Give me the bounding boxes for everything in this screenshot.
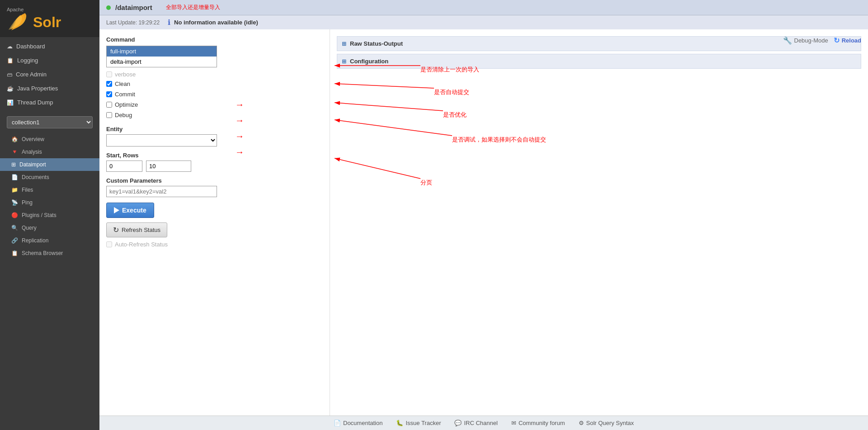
verbose-checkbox[interactable] (106, 71, 112, 77)
footer-link-documentation[interactable]: 📄 Documentation (334, 420, 382, 426)
refresh-icon: ↻ (113, 226, 119, 234)
reload-icon: ↻ (834, 36, 840, 45)
plugins-icon (11, 212, 18, 218)
sub-nav-item-plugins-label: Plugins / Stats (22, 212, 57, 218)
app-wrapper: Apache Solr (0, 0, 868, 430)
footer-link-irc[interactable]: 💬 IRC Channel (454, 420, 497, 426)
annotation-optimize-text: 是否优化 (443, 111, 467, 119)
sub-nav-item-analysis-label: Analysis (22, 149, 42, 155)
wrench-icon: 🔧 (783, 36, 792, 45)
sub-nav-item-overview-label: Overview (22, 136, 44, 142)
query-icon (11, 225, 18, 231)
right-panel: 🔧 Debug-Mode ↻ Reload ⊞ Raw Status-Outpu… (330, 29, 868, 416)
clean-checkbox[interactable] (106, 81, 112, 87)
sub-nav-item-plugins[interactable]: Plugins / Stats (0, 209, 99, 222)
dropdown-item-delta-import[interactable]: delta-import (107, 57, 217, 67)
sub-nav-item-query[interactable]: Query (0, 222, 99, 234)
documents-icon (11, 174, 18, 180)
custom-params-input[interactable] (106, 186, 217, 197)
custom-params-section: Custom Parameters (106, 177, 323, 197)
syntax-icon: ⚙ (579, 420, 584, 426)
footer: 📄 Documentation 🐛 Issue Tracker 💬 IRC Ch… (99, 416, 868, 430)
execute-play-icon (114, 207, 119, 213)
execute-label: Execute (122, 207, 146, 214)
reload-button[interactable]: ↻ Reload (834, 36, 861, 45)
footer-link-syntax[interactable]: ⚙ Solr Query Syntax (579, 420, 634, 426)
logo-solr-text: Solr (33, 14, 61, 31)
collection-select[interactable]: collection1 (7, 116, 93, 128)
collection-select-wrap: collection1 (0, 112, 99, 133)
entity-label: Entity (106, 126, 323, 132)
sub-nav-item-analysis[interactable]: Analysis (0, 146, 99, 158)
nav-item-thread-dump-label: Thread Dump (17, 99, 53, 106)
logo-solr: Solr (7, 12, 95, 33)
clean-row: Clean (106, 79, 323, 89)
footer-syntax-label: Solr Query Syntax (586, 420, 634, 426)
top-bar: /dataimport 全部导入还是增量导入 (99, 0, 868, 15)
sub-nav-item-ping[interactable]: Ping (0, 196, 99, 209)
svg-line-2 (335, 84, 434, 88)
overview-icon (11, 136, 18, 142)
command-dropdown: full-import delta-import (106, 46, 217, 67)
main-layout: Apache Solr (0, 0, 868, 430)
logo-area: Apache Solr (0, 0, 99, 37)
annotation-command: 全部导入还是增量导入 (166, 4, 220, 11)
panel-body: Command full-import delta-import verbose (99, 29, 868, 416)
sub-nav-item-overview[interactable]: Overview (0, 133, 99, 146)
execute-button[interactable]: Execute (106, 203, 154, 218)
replication-icon (11, 237, 18, 244)
reload-label: Reload (842, 37, 861, 44)
command-label: Command (106, 36, 323, 43)
sub-nav-item-documents[interactable]: Documents (0, 171, 99, 184)
sub-nav: Overview Analysis Dataimport Documents F… (0, 133, 99, 260)
sub-nav-item-schema-label: Schema Browser (22, 250, 63, 256)
start-input[interactable] (106, 161, 142, 172)
clean-label: Clean (115, 80, 130, 87)
debug-reload-bar: 🔧 Debug-Mode ↻ Reload (783, 36, 862, 45)
debug-mode-button[interactable]: 🔧 Debug-Mode (783, 36, 828, 45)
start-rows-label: Start, Rows (106, 152, 323, 159)
dropdown-item-full-import[interactable]: full-import (107, 46, 217, 57)
irc-icon: 💬 (454, 420, 462, 426)
annotation-debug-text: 是否调试，如果选择则不会自动提交 (452, 136, 546, 144)
doc-icon: 📄 (334, 420, 341, 426)
start-rows-inputs (106, 161, 323, 172)
nav-item-dashboard[interactable]: Dashboard (0, 39, 99, 53)
sub-nav-item-replication[interactable]: Replication (0, 234, 99, 247)
footer-link-community[interactable]: ✉ Community forum (511, 420, 565, 426)
auto-refresh-checkbox[interactable] (106, 241, 112, 247)
nav-item-java-properties[interactable]: Java Properties (0, 81, 99, 95)
analysis-icon (11, 149, 18, 155)
nav-item-core-admin-label: Core Admin (16, 71, 47, 78)
sub-nav-item-ping-label: Ping (22, 199, 33, 206)
debug-checkbox[interactable] (106, 112, 112, 118)
debug-mode-label: Debug-Mode (794, 37, 828, 44)
svg-line-5 (335, 158, 420, 179)
custom-params-label: Custom Parameters (106, 177, 323, 184)
nav-item-thread-dump[interactable]: Thread Dump (0, 95, 99, 109)
nav-item-java-properties-label: Java Properties (17, 85, 58, 92)
raw-status-label: Raw Status-Output (350, 40, 403, 47)
nav-items: Dashboard Logging Core Admin Java Proper… (0, 37, 99, 112)
forum-icon: ✉ (511, 420, 516, 426)
refresh-status-button[interactable]: ↻ Refresh Status (106, 222, 167, 237)
debug-row: Debug (106, 110, 323, 120)
sub-nav-item-schema[interactable]: Schema Browser (0, 247, 99, 260)
entity-select[interactable] (106, 134, 217, 146)
bug-icon: 🐛 (396, 420, 403, 426)
footer-link-issue-tracker[interactable]: 🐛 Issue Tracker (396, 420, 441, 426)
nav-item-core-admin[interactable]: Core Admin (0, 67, 99, 81)
coreadmin-icon (7, 71, 12, 78)
javaprop-icon (7, 85, 14, 92)
optimize-checkbox[interactable] (106, 102, 112, 108)
sub-nav-item-dataimport[interactable]: Dataimport (0, 158, 99, 171)
nav-item-logging[interactable]: Logging (0, 53, 99, 67)
commit-label: Commit (115, 91, 135, 98)
configuration-section[interactable]: ⊞ Configuration (337, 54, 861, 69)
configuration-label: Configuration (350, 58, 388, 65)
sub-nav-item-files[interactable]: Files (0, 184, 99, 196)
commit-checkbox[interactable] (106, 91, 112, 97)
rows-input[interactable] (146, 161, 191, 172)
raw-status-expand-icon: ⊞ (342, 41, 346, 47)
sidebar: Apache Solr (0, 0, 99, 430)
